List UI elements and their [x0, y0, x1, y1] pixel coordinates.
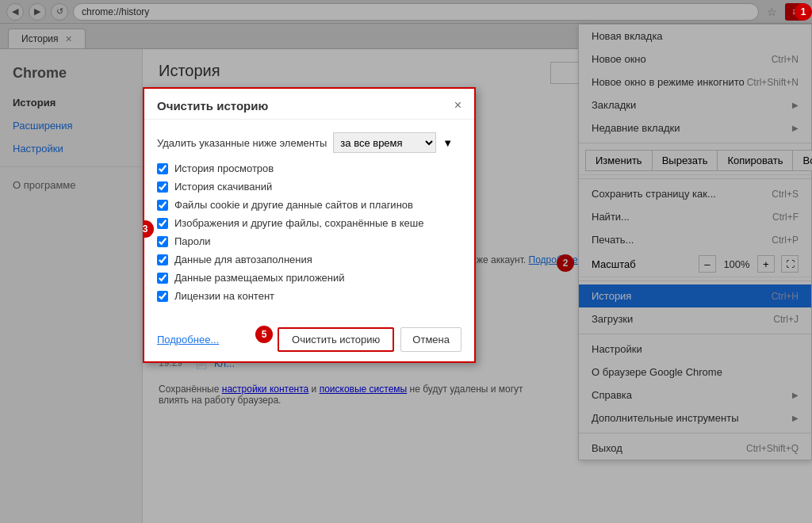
checkbox-download-history[interactable]	[157, 181, 168, 193]
dialog-close-button[interactable]: ×	[454, 98, 462, 113]
checkbox-label-2: Файлы cookie и другие данные сайтов и пл…	[174, 199, 413, 211]
dialog-cancel-button[interactable]: Отмена	[400, 327, 462, 352]
checkbox-row-6: Данные размещаемых приложений	[157, 272, 462, 284]
checkbox-label-6: Данные размещаемых приложений	[174, 272, 345, 284]
dialog-actions: 5 Очистить историю Отмена	[278, 327, 462, 352]
checkbox-row-0: История просмотров	[157, 162, 462, 174]
period-select[interactable]: за все время	[333, 132, 436, 153]
checkbox-row-7: Лицензии на контент	[157, 290, 462, 302]
checkbox-label-1: История скачиваний	[174, 181, 272, 193]
checkbox-cookies[interactable]	[157, 200, 168, 211]
checkbox-row-1: История скачиваний	[157, 181, 462, 193]
dialog-footer: Подробнее... 5 Очистить историю Отмена	[144, 321, 474, 361]
checkbox-apps[interactable]	[157, 273, 168, 284]
clear-history-dialog: Очистить историю × Удалить указанные ниж…	[143, 87, 476, 363]
checkbox-label-3: Изображения и другие файлы, сохранённые …	[174, 217, 423, 229]
dialog-body: Удалить указанные ниже элементы за все в…	[144, 120, 474, 321]
checkbox-row-3: Изображения и другие файлы, сохранённые …	[157, 217, 462, 229]
dialog-title-bar: Очистить историю ×	[144, 89, 474, 120]
checkbox-label-7: Лицензии на контент	[174, 290, 274, 302]
checkbox-row-4: Пароли	[157, 235, 462, 247]
checkbox-browse-history[interactable]	[157, 163, 168, 174]
checkbox-cache[interactable]	[157, 218, 168, 229]
dialog-details-link[interactable]: Подробнее...	[157, 334, 219, 345]
dialog-title: Очистить историю	[157, 99, 268, 113]
checkbox-row-2: Файлы cookie и другие данные сайтов и пл…	[157, 199, 462, 211]
checkbox-label-4: Пароли	[174, 235, 211, 247]
checkbox-autofill[interactable]	[157, 254, 168, 265]
checkbox-row-5: Данные для автозаполнения	[157, 254, 462, 265]
dialog-confirm-button[interactable]: Очистить историю	[278, 327, 394, 352]
checkbox-licenses[interactable]	[157, 291, 168, 302]
checkbox-label-5: Данные для автозаполнения	[174, 254, 312, 265]
dropdown-arrow-icon: ▼	[442, 137, 453, 149]
checkbox-label-0: История просмотров	[174, 162, 274, 174]
step-label-5: 5	[255, 326, 273, 343]
step-label-1: 1	[795, 3, 812, 21]
period-label: Удалить указанные ниже элементы	[157, 137, 327, 149]
checkbox-passwords[interactable]	[157, 236, 168, 247]
period-row: Удалить указанные ниже элементы за все в…	[157, 132, 462, 153]
